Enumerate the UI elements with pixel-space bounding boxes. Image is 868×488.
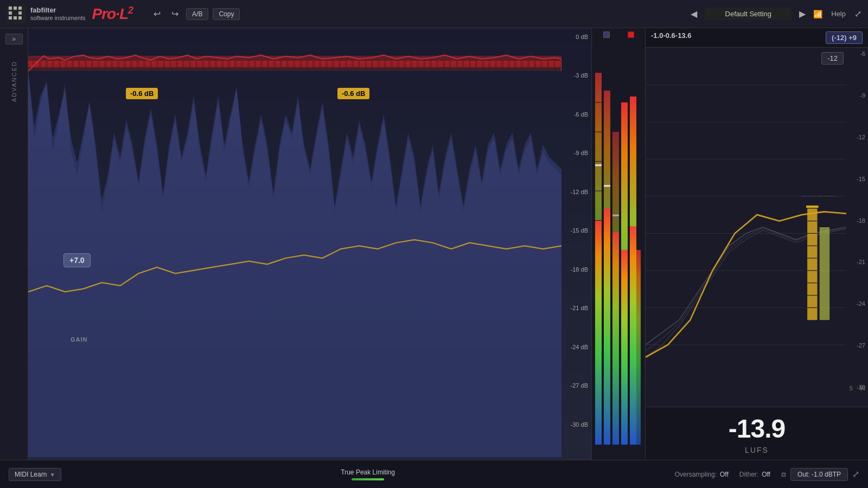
dither-area: Dither: Off — [739, 471, 770, 478]
ceiling-box[interactable]: (-12) +9 — [826, 31, 863, 44]
s-label: S — [849, 386, 853, 391]
meter-bars-container — [592, 39, 645, 466]
midi-learn-area: MIDI Learn ▼ — [9, 468, 61, 481]
minus12-label[interactable]: -12 — [821, 52, 844, 65]
loudness-display: -13.9 LUFS — [646, 407, 868, 461]
svg-rect-48 — [807, 209, 818, 320]
svg-rect-14 — [595, 220, 602, 445]
clip-icon: ⧈ — [781, 470, 786, 479]
dither-value: Off — [762, 471, 770, 478]
rdb-18: -18 — [849, 217, 868, 224]
oversampling-value: Off — [720, 471, 729, 478]
waveform-svg — [28, 28, 561, 488]
svg-rect-32 — [630, 226, 636, 445]
help-button[interactable]: Help — [827, 8, 850, 20]
copy-button[interactable]: Copy — [213, 8, 240, 20]
loudness-graph-svg — [646, 48, 846, 407]
brand-subtitle: software instruments — [30, 14, 85, 22]
rdb-21: -21 — [849, 259, 868, 265]
svg-rect-27 — [604, 185, 610, 187]
fabfilter-logo-icon — [7, 4, 26, 24]
midi-learn-button[interactable]: MIDI Learn ▼ — [9, 468, 61, 481]
midi-learn-label: MIDI Learn — [15, 471, 47, 478]
left-panel: » ADVANCED — [0, 28, 28, 488]
top-val-2: -0.6 — [663, 31, 675, 44]
preset-next-button[interactable]: ▶ — [796, 8, 809, 20]
preset-area: ◀ Default Setting ▶ 📶 Help ⤢ — [687, 8, 861, 20]
svg-rect-22 — [604, 209, 610, 445]
svg-rect-9 — [28, 56, 561, 71]
svg-rect-7 — [14, 16, 17, 20]
rdb-6: -6 — [849, 50, 868, 57]
signal-icon: 📶 — [813, 10, 822, 18]
preset-prev-button[interactable]: ◀ — [687, 8, 700, 20]
rdb-12: -12 — [849, 134, 868, 140]
top-val-3: -13.6 — [675, 31, 692, 44]
fullscreen-button[interactable]: ⤢ — [854, 9, 861, 19]
limiting-mode-area: True Peak Limiting — [72, 468, 664, 480]
loudness-value: -13.9 — [729, 414, 785, 444]
waveform-area[interactable]: -0.6 dB -0.6 dB +7.0 GAIN 0 dB -3 dB -6 … — [28, 28, 591, 488]
dither-label: Dither: — [739, 471, 758, 478]
svg-rect-26 — [595, 164, 602, 166]
undo-button[interactable]: ↩ — [150, 7, 164, 21]
rdb-24: -24 — [849, 300, 868, 307]
svg-rect-33 — [636, 250, 641, 445]
right-panel: -1.0 -0.6 -13.6 (-12) +9 — [646, 28, 868, 488]
product-name: Pro·L2 — [92, 5, 133, 23]
peak-label-1: -0.6 dB — [126, 88, 158, 99]
top-controls: ↩ ↪ A/B Copy — [150, 7, 240, 21]
redo-button[interactable]: ↪ — [168, 7, 182, 21]
out-area: ⧈ Out: -1.0 dBTP ⤢ — [781, 468, 859, 481]
svg-rect-5 — [18, 11, 22, 15]
right-db-scale: -6 -9 -12 -15 -18 -21 -24 -27 -30 — [849, 48, 868, 407]
meter-bars-svg — [594, 43, 643, 445]
svg-rect-30 — [621, 250, 628, 445]
loudness-unit: LUFS — [745, 446, 769, 454]
svg-rect-49 — [820, 227, 830, 320]
svg-rect-2 — [14, 7, 17, 10]
svg-rect-6 — [9, 16, 12, 20]
midi-dropdown-arrow: ▼ — [50, 472, 55, 478]
brand-name: fabfilter — [30, 6, 85, 14]
loudness-graph: -12 -6 -9 -12 -15 -18 -21 -24 -27 -30 S … — [646, 48, 868, 407]
s-mi-labels: S MI — [849, 386, 865, 391]
rdb-9: -9 — [849, 92, 868, 99]
svg-rect-28 — [612, 215, 619, 216]
mi-label: MI — [859, 386, 865, 391]
ab-button[interactable]: A/B — [186, 8, 208, 20]
top-val-1: -1.0 — [651, 31, 663, 44]
preset-name: Default Setting — [705, 8, 792, 20]
out-value: Out: -1.0 dBTP — [790, 468, 848, 481]
meter-panel: L C R Ls Rs LFE — [591, 28, 646, 488]
resize-icon[interactable]: ⤢ — [852, 469, 859, 479]
oversampling-label: Oversampling: — [675, 471, 717, 478]
right-panel-top-values: -1.0 -0.6 -13.6 (-12) +9 — [646, 28, 868, 48]
brand-text-block: fabfilter software instruments — [30, 6, 85, 22]
peak-label-2: -0.6 dB — [337, 88, 369, 99]
gain-label: GAIN — [71, 336, 88, 343]
advanced-toggle-button[interactable]: » — [5, 34, 23, 44]
top-bar: fabfilter software instruments Pro·L2 ↩ … — [0, 0, 868, 28]
svg-rect-25 — [612, 232, 619, 445]
svg-rect-4 — [9, 11, 12, 15]
status-bar: MIDI Learn ▼ True Peak Limiting Oversamp… — [0, 460, 868, 488]
logo-area: fabfilter software instruments Pro·L2 — [7, 4, 133, 24]
rdb-15: -15 — [849, 176, 868, 182]
advanced-label: ADVANCED — [11, 61, 17, 102]
svg-rect-58 — [806, 206, 819, 208]
gain-bubble: +7.0 — [63, 253, 91, 267]
svg-rect-8 — [18, 16, 22, 20]
main-content: » ADVANCED — [0, 28, 868, 488]
limiting-mode-value: True Peak Limiting — [341, 468, 395, 476]
svg-marker-11 — [28, 71, 561, 457]
limiting-indicator — [352, 478, 384, 480]
oversampling-area: Oversampling: Off — [675, 471, 729, 478]
rdb-27: -27 — [849, 342, 868, 349]
product-version: 2 — [128, 5, 133, 16]
svg-rect-1 — [9, 7, 12, 10]
svg-rect-3 — [18, 7, 22, 10]
